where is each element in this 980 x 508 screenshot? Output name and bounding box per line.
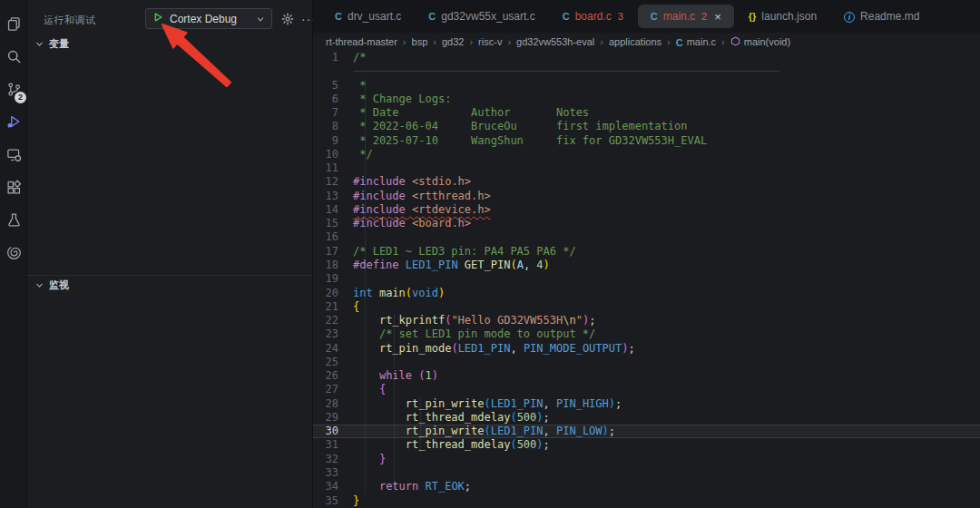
code-text: * 2022-06-04 BruceOu first implementatio…	[353, 120, 687, 133]
sidebar-section-watch[interactable]: 监视	[34, 278, 69, 292]
sidebar-title: 运行和调试	[44, 14, 96, 27]
code-text: #include <rtdevice.h>	[353, 203, 491, 217]
code-line[interactable]: 29 rt_thread_mdelay(500);	[313, 411, 980, 425]
tab-label: gd32vw55x_usart.c	[441, 10, 534, 23]
beaker-icon[interactable]	[0, 205, 27, 234]
code-text: int main(void)	[353, 287, 445, 300]
code-text: rt_kprintf("Hello GD32VW553H\n");	[353, 314, 595, 327]
code-line[interactable]: 20int main(void)	[313, 287, 980, 300]
code-line[interactable]: 33	[313, 466, 980, 480]
line-number: 19	[313, 272, 353, 286]
tab-board.c[interactable]: Cboard.c3	[550, 5, 636, 28]
symbol-method-icon	[730, 36, 740, 46]
tab-bar: Cdrv_usart.cCgd32vw55x_usart.cCboard.c3C…	[313, 0, 980, 33]
breadcrumb-item[interactable]: rt-thread-master	[326, 36, 397, 47]
code-line[interactable]: 6 * Change Logs:	[313, 93, 980, 106]
breadcrumb-separator: ›	[433, 36, 436, 47]
code-line[interactable]: 5 *	[313, 79, 980, 93]
breadcrumb-separator: ›	[507, 36, 511, 47]
breadcrumb-separator: ›	[469, 36, 473, 47]
code-line-current[interactable]: 30 rt_pin_write(LED1_PIN, PIN_LOW);	[313, 425, 980, 438]
start-debug-icon[interactable]	[152, 11, 164, 27]
code-text: /* LED1 ~ LED3 pin: PA4 PA5 PA6 */	[353, 245, 576, 259]
code-line[interactable]: 14#include <rtdevice.h>	[313, 203, 980, 217]
code-line[interactable]: 9 * 2025-07-10 WangShun fix for GD32VW55…	[313, 134, 980, 148]
code-text: * 2025-07-10 WangShun fix for GD32VW553H…	[353, 134, 707, 148]
line-number: 34	[313, 480, 353, 493]
close-icon[interactable]: ×	[714, 11, 721, 23]
code-line[interactable]: 7 * Date Author Notes	[313, 106, 980, 120]
debug-config-dropdown[interactable]: Cortex Debug	[145, 8, 272, 29]
line-number: 16	[313, 230, 353, 244]
code-line[interactable]: 16	[313, 230, 980, 244]
code-line[interactable]: 10 */	[313, 148, 980, 161]
code-line[interactable]: 25	[313, 356, 980, 369]
line-number	[313, 64, 353, 78]
code-line[interactable]: 28 rt_pin_write(LED1_PIN, PIN_HIGH);	[313, 397, 980, 411]
tab-gd32vw55x_usart.c[interactable]: Cgd32vw55x_usart.c	[416, 5, 547, 28]
spiral-icon[interactable]	[0, 238, 27, 267]
files-icon[interactable]	[0, 9, 27, 38]
section-divider	[27, 275, 312, 276]
tab-label: Readme.md	[860, 10, 919, 23]
code-line[interactable]: 34 return RT_EOK;	[313, 480, 980, 493]
scm-badge: 2	[15, 92, 26, 103]
code-line[interactable]: 13#include <rtthread.h>	[313, 190, 980, 203]
code-line[interactable]: 31 rt_thread_mdelay(500);	[313, 438, 980, 452]
code-text: #define LED1_PIN GET_PIN(A, 4)	[353, 259, 550, 272]
code-line[interactable]: 23 /* set LED1 pin mode to output */	[313, 327, 980, 341]
tab-main.c[interactable]: Cmain.c2×	[638, 5, 734, 28]
search-icon[interactable]	[0, 42, 27, 71]
code-line[interactable]: 1/*	[313, 51, 980, 64]
code-text: * Date Author Notes	[353, 106, 589, 120]
code-line[interactable]: 24 rt_pin_mode(LED1_PIN, PIN_MODE_OUTPUT…	[313, 342, 980, 356]
source-control-icon[interactable]: 2	[0, 74, 27, 103]
extensions-icon[interactable]	[0, 172, 27, 201]
code-line[interactable]: 19	[313, 272, 980, 286]
breadcrumb-item[interactable]: bsp	[412, 36, 428, 47]
breadcrumb-item[interactable]: gd32vw553h-eval	[516, 36, 594, 47]
breadcrumb-item[interactable]: gd32	[442, 36, 464, 47]
code-line[interactable]: 21{	[313, 300, 980, 314]
line-number: 20	[313, 287, 353, 300]
line-number: 28	[313, 397, 353, 411]
code-line[interactable]: 32 }	[313, 453, 980, 466]
tab-drv_usart.c[interactable]: Cdrv_usart.c	[322, 5, 414, 28]
chevron-down-icon	[255, 14, 266, 24]
tab-launch.json[interactable]: {}launch.json	[736, 5, 829, 28]
sidebar-section-variables[interactable]: 变量	[34, 37, 69, 51]
c-file-icon: C	[335, 10, 342, 23]
remote-icon[interactable]	[0, 140, 27, 169]
code-line[interactable]: 27 {	[313, 383, 980, 396]
code-text: {	[353, 383, 386, 396]
code-line[interactable]	[313, 64, 980, 78]
code-line[interactable]: 26 while (1)	[313, 369, 980, 383]
code-line[interactable]: 12#include <stdio.h>	[313, 175, 980, 189]
code-line[interactable]: 11	[313, 161, 980, 175]
faded-code-line	[353, 71, 779, 72]
gear-icon[interactable]	[281, 13, 294, 25]
breadcrumb-file[interactable]: Cmain.c	[676, 36, 716, 48]
line-number: 11	[313, 161, 353, 175]
code-line[interactable]: 8 * 2022-06-04 BruceOu first implementat…	[313, 120, 980, 133]
code-line[interactable]: 22 rt_kprintf("Hello GD32VW553H\n");	[313, 314, 980, 327]
tab-Readme.md[interactable]: iReadme.md	[831, 5, 932, 28]
debug-icon[interactable]	[0, 107, 27, 136]
tab-label: launch.json	[761, 10, 817, 23]
section-label: 监视	[49, 278, 69, 292]
code-editor[interactable]: 1/*5 *6 * Change Logs:7 * Date Author No…	[313, 51, 980, 508]
c-file-icon: C	[676, 37, 683, 48]
line-number: 9	[313, 134, 353, 148]
code-text: rt_pin_write(LED1_PIN, PIN_HIGH);	[353, 397, 622, 411]
code-line[interactable]: 17/* LED1 ~ LED3 pin: PA4 PA5 PA6 */	[313, 245, 980, 259]
breadcrumb-item[interactable]: applications	[609, 36, 662, 47]
json-file-icon: {}	[749, 10, 757, 23]
code-text	[353, 64, 779, 78]
line-number: 25	[313, 356, 353, 369]
breadcrumb-item[interactable]: risc-v	[478, 36, 502, 47]
code-line[interactable]: 35}	[313, 494, 980, 508]
code-line[interactable]: 15#include <board.h>	[313, 217, 980, 230]
code-line[interactable]: 18#define LED1_PIN GET_PIN(A, 4)	[313, 259, 980, 272]
breadcrumb-separator: ›	[667, 36, 671, 47]
breadcrumb-symbol[interactable]: main(void)	[730, 36, 790, 47]
